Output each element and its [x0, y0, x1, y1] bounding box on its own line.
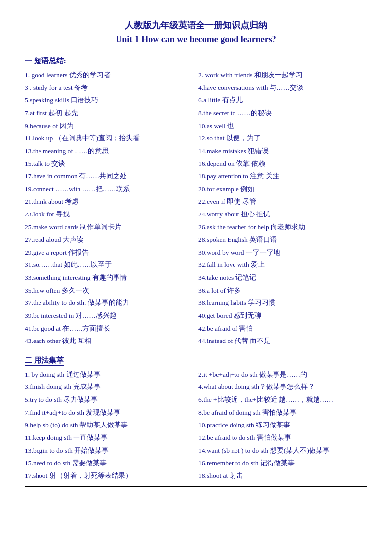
section2-row: 7.find it+adj+to do sth 发现做某事8.be afraid…	[25, 407, 367, 419]
section2-row: 17.shoot 射（射着，射死等表结果）18.shoot at 射击	[25, 470, 367, 482]
section1-row: 19.connect ……with ……把……联系20.for example …	[25, 183, 367, 195]
section1-entry: 32.fall in love with 爱上	[198, 259, 367, 271]
section1-header: 一 短语总结:	[25, 56, 66, 66]
section2-entry: 3.finish doing sth 完成某事	[25, 381, 194, 393]
section1-grid: 1. good learners 优秀的学习者2. work with frie…	[25, 69, 367, 347]
section1-row: 17.have in common 有……共同之处18.pay attentio…	[25, 171, 367, 182]
section1-entry: 24.worry about 担心 担忧	[198, 209, 367, 220]
section1-row: 7.at first 起初 起先8.the secret to ……的秘诀	[25, 107, 367, 119]
section2-entry: 16.remember to do sth 记得做某事	[198, 457, 367, 469]
section2-entry: 12.be afraid to do sth 害怕做某事	[198, 432, 367, 444]
section1-entry: 23.look for 寻找	[25, 209, 194, 220]
section1-entry: 40.get bored 感到无聊	[198, 310, 367, 322]
section1-entry: 22.even if 即使 尽管	[198, 196, 367, 208]
section1-entry: 2. work with friends 和朋友一起学习	[198, 69, 367, 81]
section1-entry: 33.something interesting 有趣的事情	[25, 272, 194, 284]
section1-entry: 5.speaking skills 口语技巧	[25, 94, 194, 106]
section2-entry: 13.begin to do sth 开始做某事	[25, 445, 194, 457]
section1-entry: 1. good learners 优秀的学习者	[25, 69, 194, 81]
section1-entry: 30.word by word 一字一字地	[198, 247, 367, 258]
section2-entry: 17.shoot 射（射着，射死等表结果）	[25, 470, 194, 482]
section2-entry: 7.find it+adj+to do sth 发现做某事	[25, 407, 194, 419]
section1-entry: 35.how often 多久一次	[25, 285, 194, 297]
section1-entry: 43.each other 彼此 互相	[25, 335, 194, 347]
section2-row: 13.begin to do sth 开始做某事14.want (sb not …	[25, 445, 367, 457]
section1-row: 21.think about 考虑22.even if 即使 尽管	[25, 196, 367, 208]
section1-entry: 17.have in common 有……共同之处	[25, 171, 194, 182]
section1-entry: 14.make mistakes 犯错误	[198, 145, 367, 157]
section1-entry: 18.pay attention to 注意 关注	[198, 171, 367, 182]
section2-entry: 8.be afraid of doing sth 害怕做某事	[198, 407, 367, 419]
section2-entry: 18.shoot at 射击	[198, 470, 367, 482]
section2-entry: 2.it +be+adj+to do sth 做某事是……的	[198, 369, 367, 381]
section1-entry: 29.give a report 作报告	[25, 247, 194, 258]
section1-row: 41.be good at 在……方面擅长42.be afraid of 害怕	[25, 323, 367, 335]
section1-entry: 19.connect ……with ……把……联系	[25, 183, 194, 195]
section1-entry: 27.read aloud 大声读	[25, 234, 194, 246]
section1-row: 9.because of 因为10.as well 也	[25, 120, 367, 132]
section2-entry: 5.try to do sth 尽力做某事	[25, 394, 194, 406]
section1-row: 29.give a report 作报告30.word by word 一字一字…	[25, 247, 367, 258]
section2-entry: 4.what about doing sth？做某事怎么样？	[198, 381, 367, 393]
main-title: 人教版九年级英语全一册知识点归纳	[25, 19, 367, 31]
section1-entry: 3 . study for a test 备考	[25, 82, 194, 94]
section1-row: 43.each other 彼此 互相44.instead of 代替 而不是	[25, 335, 367, 347]
section1-entry: 16.depend on 依靠 依赖	[198, 158, 367, 170]
section2-block: 二 用法集萃 1. by doing sth 通过做某事2.it +be+adj…	[25, 352, 367, 482]
section1-row: 13.the meaning of ……的意思14.make mistakes …	[25, 145, 367, 157]
section1-row: 1. good learners 优秀的学习者2. work with frie…	[25, 69, 367, 81]
section1-entry: 26.ask the teacher for help 向老师求助	[198, 221, 367, 233]
section1-entry: 9.because of 因为	[25, 120, 194, 132]
section1-entry: 38.learning habits 学习习惯	[198, 297, 367, 309]
top-border	[25, 15, 367, 15]
section2-entry: 1. by doing sth 通过做某事	[25, 369, 194, 381]
section1-entry: 21.think about 考虑	[25, 196, 194, 208]
section1-entry: 31.so……that 如此……以至于	[25, 259, 194, 271]
section1-entry: 44.instead of 代替 而不是	[198, 335, 367, 347]
section1-entry: 15.talk to 交谈	[25, 158, 194, 170]
section1-row: 33.something interesting 有趣的事情34.take no…	[25, 272, 367, 284]
section2-row: 3.finish doing sth 完成某事4.what about doin…	[25, 381, 367, 393]
section1-entry: 4.have conversations with 与……交谈	[198, 82, 367, 94]
section2-entry: 14.want (sb not ) to do sth 想要(某人不)做某事	[198, 445, 367, 457]
section1-entry: 7.at first 起初 起先	[25, 107, 194, 119]
section2-entry: 11.keep doing sth 一直做某事	[25, 432, 194, 444]
section1-row: 5.speaking skills 口语技巧6.a little 有点儿	[25, 94, 367, 106]
section1-entry: 12.so that 以便，为了	[198, 132, 367, 144]
section2-entry: 6.the +比较近，the+比较近 越……，就越……	[198, 394, 367, 406]
section2-row: 5.try to do sth 尽力做某事6.the +比较近，the+比较近 …	[25, 394, 367, 406]
section1-entry: 8.the secret to ……的秘诀	[198, 107, 367, 119]
section1-row: 23.look for 寻找24.worry about 担心 担忧	[25, 209, 367, 220]
section1-entry: 10.as well 也	[198, 120, 367, 132]
bottom-border	[25, 486, 367, 487]
section1-entry: 28.spoken English 英语口语	[198, 234, 367, 246]
section2-entry: 10.practice doing sth 练习做某事	[198, 419, 367, 431]
section1-entry: 25.make word cards 制作单词卡片	[25, 221, 194, 233]
section1-entry: 13.the meaning of ……的意思	[25, 145, 194, 157]
section1-entry: 42.be afraid of 害怕	[198, 323, 367, 335]
section1-entry: 37.the ability to do sth. 做某事的能力	[25, 297, 194, 309]
section1-row: 3 . study for a test 备考4.have conversati…	[25, 82, 367, 94]
section1-row: 15.talk to 交谈16.depend on 依靠 依赖	[25, 158, 367, 170]
section2-row: 11.keep doing sth 一直做某事12.be afraid to d…	[25, 432, 367, 444]
section1-row: 37.the ability to do sth. 做某事的能力38.learn…	[25, 297, 367, 309]
section1-row: 27.read aloud 大声读28.spoken English 英语口语	[25, 234, 367, 246]
section1-entry: 34.take notes 记笔记	[198, 272, 367, 284]
section2-grid: 1. by doing sth 通过做某事2.it +be+adj+to do …	[25, 369, 367, 482]
section1-block: 一 短语总结: 1. good learners 优秀的学习者2. work w…	[25, 52, 367, 347]
section1-entry: 41.be good at 在……方面擅长	[25, 323, 194, 335]
section1-entry: 39.be interested in 对……感兴趣	[25, 310, 194, 322]
section1-entry: 11.look up （在词典中等)查阅；抬头看	[25, 132, 194, 144]
section2-entry: 9.help sb (to) do sth 帮助某人做某事	[25, 419, 194, 431]
section1-row: 39.be interested in 对……感兴趣40.get bored 感…	[25, 310, 367, 322]
section1-row: 25.make word cards 制作单词卡片26.ask the teac…	[25, 221, 367, 233]
section2-entry: 15.need to do sth 需要做某事	[25, 457, 194, 469]
section1-entry: 36.a lot of 许多	[198, 285, 367, 297]
section1-row: 31.so……that 如此……以至于32.fall in love with …	[25, 259, 367, 271]
section1-entry: 6.a little 有点儿	[198, 94, 367, 106]
section1-row: 35.how often 多久一次36.a lot of 许多	[25, 285, 367, 297]
section2-row: 15.need to do sth 需要做某事16.remember to do…	[25, 457, 367, 469]
section2-row: 9.help sb (to) do sth 帮助某人做某事10.practice…	[25, 419, 367, 431]
sub-title: Unit 1 How can we become good learners?	[25, 34, 367, 44]
section2-row: 1. by doing sth 通过做某事2.it +be+adj+to do …	[25, 369, 367, 381]
